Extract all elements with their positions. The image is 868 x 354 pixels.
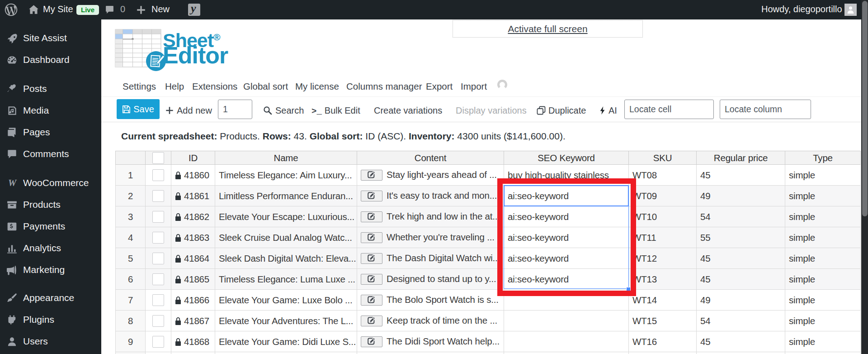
svg-text:W: W <box>8 178 17 188</box>
